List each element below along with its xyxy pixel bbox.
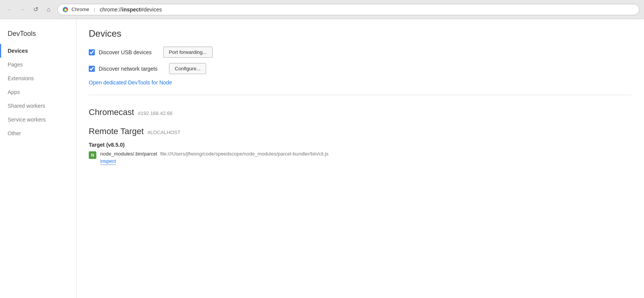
nav-buttons: ← → ↺ ⌂	[5, 5, 54, 15]
discover-network-checkbox[interactable]	[89, 66, 95, 72]
remote-target-section: Remote Target #LOCALHOST Target (v8.5.0)…	[89, 126, 632, 165]
chromecast-section: Chromecast #192.168.42.66	[89, 104, 632, 117]
url-full: chrome://inspect#devices	[100, 6, 162, 13]
reload-button[interactable]: ↺	[31, 5, 41, 15]
node-icon-svg: N	[89, 152, 96, 159]
page-container: DevTools Devices Pages Extensions Apps S…	[0, 19, 644, 298]
target-script-name: node_modules/.bin/parcel	[100, 151, 157, 157]
discover-network-row: Discover network targets Configure...	[89, 63, 632, 74]
target-version: Target (v8.5.0)	[89, 142, 632, 148]
remote-target-subtitle: #LOCALHOST	[148, 130, 181, 135]
main-content: Devices Discover USB devices Port forwar…	[76, 19, 644, 298]
forward-button[interactable]: →	[18, 5, 28, 15]
port-forwarding-button[interactable]: Port forwarding...	[163, 47, 213, 58]
target-details: node_modules/.bin/parcel file:///Users/j…	[100, 151, 632, 165]
chromecast-title: Chromecast #192.168.42.66	[89, 104, 632, 117]
settings-section: Discover USB devices Port forwarding... …	[89, 47, 632, 95]
sidebar-item-extensions[interactable]: Extensions	[0, 71, 76, 85]
target-item: Target (v8.5.0) N node_modules/.bin/parc…	[89, 142, 632, 165]
discover-usb-row: Discover USB devices Port forwarding...	[89, 47, 632, 58]
sidebar-item-pages[interactable]: Pages	[0, 58, 76, 71]
page-title: Devices	[89, 28, 632, 39]
sidebar-item-other[interactable]: Other	[0, 126, 76, 140]
sidebar-item-service-workers[interactable]: Service workers	[0, 113, 76, 126]
target-row: N node_modules/.bin/parcel file:///Users…	[89, 151, 632, 165]
node-devtools-link[interactable]: Open dedicated DevTools for Node	[89, 79, 172, 86]
sidebar-item-shared-workers[interactable]: Shared workers	[0, 99, 76, 113]
discover-usb-label[interactable]: Discover USB devices	[99, 49, 152, 55]
home-button[interactable]: ⌂	[44, 5, 54, 15]
sidebar-title: DevTools	[0, 27, 76, 44]
discover-usb-checkbox[interactable]	[89, 49, 95, 55]
back-button[interactable]: ←	[5, 5, 15, 15]
target-file-url: file:///Users/jlfwong/code/speedscope/no…	[160, 151, 329, 157]
browser-chrome: ← → ↺ ⌂ Chrome | chrome://inspect#device…	[0, 0, 644, 19]
discover-network-label[interactable]: Discover network targets	[99, 66, 158, 72]
remote-target-title: Remote Target #LOCALHOST	[89, 126, 632, 136]
node-icon: N	[89, 151, 96, 159]
inspect-link[interactable]: inspect	[100, 158, 116, 165]
chromecast-subtitle: #192.168.42.66	[138, 110, 172, 116]
url-scheme: Chrome	[72, 6, 89, 12]
url-hash: #devices	[141, 6, 162, 13]
url-separator: |	[94, 6, 95, 12]
url-path-bold: inspect	[122, 6, 141, 13]
configure-button[interactable]: Configure...	[169, 63, 206, 74]
svg-point-2	[65, 8, 67, 10]
sidebar-item-devices[interactable]: Devices	[0, 44, 76, 58]
svg-text:N: N	[91, 153, 94, 157]
chrome-icon	[62, 6, 68, 13]
address-bar[interactable]: Chrome | chrome://inspect#devices	[57, 4, 639, 15]
sidebar: DevTools Devices Pages Extensions Apps S…	[0, 19, 76, 298]
sidebar-item-apps[interactable]: Apps	[0, 85, 76, 99]
target-url-row: node_modules/.bin/parcel file:///Users/j…	[100, 151, 632, 157]
